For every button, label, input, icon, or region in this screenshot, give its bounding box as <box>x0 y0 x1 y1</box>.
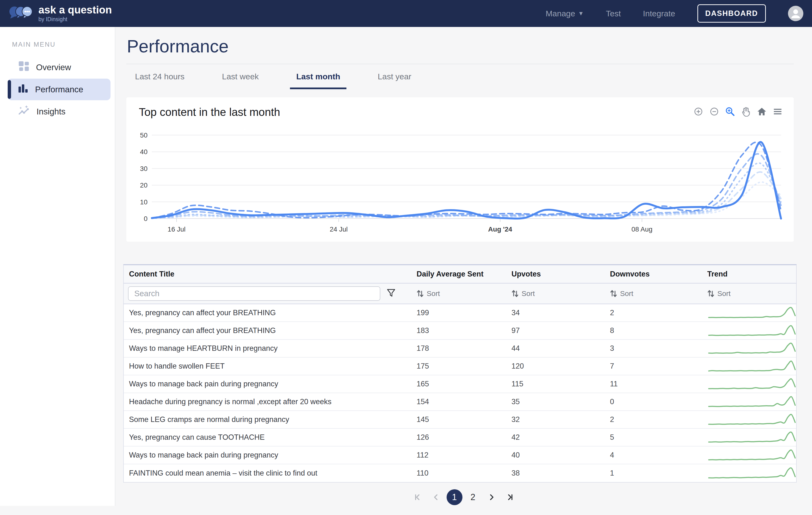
row-upvotes: 35 <box>506 398 605 406</box>
row-daily-average-sent: 183 <box>411 326 506 335</box>
row-daily-average-sent: 165 <box>411 380 506 388</box>
row-downvotes: 2 <box>605 415 702 424</box>
trend-sparkline <box>702 323 796 338</box>
row-downvotes: 0 <box>605 398 702 406</box>
row-title: Yes, pregnancy can cause TOOTHACHE <box>124 433 411 442</box>
sidebar-item-label: Insights <box>36 107 65 116</box>
row-downvotes: 8 <box>605 326 702 335</box>
row-daily-average-sent: 199 <box>411 308 506 317</box>
sidebar-item-performance[interactable]: Performance <box>8 79 111 100</box>
first-page-button[interactable] <box>410 489 426 505</box>
menu-icon[interactable] <box>773 107 783 117</box>
time-range-tabs: Last 24 hours Last week Last month Last … <box>129 72 812 89</box>
line-chart[interactable]: 0102030405016 Jul24 JulAug '2408 Aug <box>126 98 794 242</box>
trend-sparkline <box>702 466 796 481</box>
table-row: Ways to manage back pain during pregnanc… <box>124 375 796 393</box>
col-header-upvotes: Upvotes <box>506 270 605 278</box>
trend-sparkline <box>702 359 796 374</box>
svg-text:Aug '24: Aug '24 <box>488 225 512 233</box>
app-subtitle: by IDinsight <box>38 16 112 23</box>
row-downvotes: 3 <box>605 344 702 353</box>
box-zoom-icon[interactable] <box>725 107 735 117</box>
col-header-downvotes: Downvotes <box>605 270 702 278</box>
row-downvotes: 5 <box>605 433 702 442</box>
chart-toolbar <box>693 107 783 117</box>
chevron-down-icon: ▼ <box>578 10 584 17</box>
table-filter-row: Sort Sort Sort Sort <box>124 283 796 304</box>
row-downvotes: 2 <box>605 308 702 317</box>
page-button-1[interactable]: 1 <box>446 489 462 505</box>
tab-last-month[interactable]: Last month <box>290 72 346 89</box>
prev-page-button[interactable] <box>428 489 444 505</box>
content-table: Content Title Daily Average Sent Upvotes… <box>123 264 796 483</box>
trend-sparkline <box>702 305 796 320</box>
row-daily-average-sent: 178 <box>411 344 506 353</box>
page-button-2[interactable]: 2 <box>465 489 481 505</box>
row-upvotes: 97 <box>506 326 605 335</box>
row-title: Ways to manage back pain during pregnanc… <box>124 380 411 388</box>
row-upvotes: 40 <box>506 451 605 459</box>
row-upvotes: 115 <box>506 380 605 388</box>
sort-button-upvotes[interactable]: Sort <box>512 289 605 298</box>
filter-icon[interactable] <box>386 289 396 299</box>
search-input[interactable] <box>128 286 380 301</box>
svg-text:0: 0 <box>144 215 147 222</box>
nav-link-integrate[interactable]: Integrate <box>643 9 675 18</box>
home-icon[interactable] <box>757 107 767 117</box>
trend-sparkline <box>702 448 796 463</box>
row-title: FAINTING could mean anemia – visit the c… <box>124 469 411 478</box>
table-row: Ways to manage back pain during pregnanc… <box>124 446 796 464</box>
trend-sparkline <box>702 412 796 427</box>
pan-hand-icon[interactable] <box>741 107 751 117</box>
row-upvotes: 120 <box>506 362 605 371</box>
trend-sparkline <box>702 430 796 445</box>
table-row: Headache during pregnancy is normal ,exc… <box>124 393 796 411</box>
svg-text:10: 10 <box>140 198 147 206</box>
trend-sparkline <box>702 377 796 391</box>
table-row: Some LEG cramps are normal during pregna… <box>124 411 796 429</box>
row-title: Some LEG cramps are normal during pregna… <box>124 415 411 424</box>
app-logo: ask a question by IDinsight <box>9 4 112 23</box>
nav-link-test[interactable]: Test <box>606 9 621 18</box>
sort-button-daily-average-sent[interactable]: Sort <box>416 289 506 298</box>
title-divider <box>126 64 794 64</box>
trend-sparkline <box>702 394 796 409</box>
zoom-in-icon[interactable] <box>693 107 703 117</box>
table-row: Yes, pregnancy can cause TOOTHACHE 126 4… <box>124 429 796 446</box>
svg-text:50: 50 <box>140 132 147 139</box>
zoom-out-icon[interactable] <box>709 107 719 117</box>
sidebar-item-insights[interactable]: Insights <box>0 101 111 123</box>
user-avatar[interactable] <box>788 6 803 21</box>
row-daily-average-sent: 175 <box>411 362 506 371</box>
tab-last-week[interactable]: Last week <box>216 72 265 89</box>
table-body: Yes, pregnancy can affect your BREATHING… <box>124 304 796 482</box>
sidebar-item-overview[interactable]: Overview <box>0 56 111 78</box>
tab-last-year[interactable]: Last year <box>371 72 417 89</box>
dashboard-button[interactable]: DASHBOARD <box>697 4 766 23</box>
top-content-chart-card: Top content in the last month <box>126 98 794 242</box>
svg-text:16 Jul: 16 Jul <box>168 225 186 233</box>
row-downvotes: 4 <box>605 451 702 459</box>
bar-chart-icon <box>18 83 28 96</box>
nav-link-manage[interactable]: Manage ▼ <box>546 9 584 18</box>
next-page-button[interactable] <box>484 489 499 505</box>
tab-last-24-hours[interactable]: Last 24 hours <box>129 72 191 89</box>
sidebar: MAIN MENU Overview Performance <box>0 27 115 506</box>
svg-text:20: 20 <box>140 182 147 189</box>
sort-button-trend[interactable]: Sort <box>707 289 796 298</box>
table-row: FAINTING could mean anemia – visit the c… <box>124 464 796 482</box>
last-page-button[interactable] <box>502 489 518 505</box>
table-row: Ways to manage HEARTBURN in pregnancy 17… <box>124 340 796 357</box>
row-title: How to handle swollen FEET <box>124 362 411 371</box>
sidebar-section-label: MAIN MENU <box>12 41 115 48</box>
row-daily-average-sent: 112 <box>411 451 506 459</box>
row-upvotes: 38 <box>506 469 605 478</box>
row-daily-average-sent: 145 <box>411 415 506 424</box>
table-row: Yes, pregnancy can affect your BREATHING… <box>124 304 796 322</box>
svg-text:40: 40 <box>140 148 147 156</box>
chat-bubbles-logo-icon <box>9 4 34 23</box>
sort-button-downvotes[interactable]: Sort <box>610 289 702 298</box>
row-downvotes: 11 <box>605 380 702 388</box>
table-row: How to handle swollen FEET 175 120 7 <box>124 357 796 375</box>
row-title: Yes, pregnancy can affect your BREATHING <box>124 326 411 335</box>
